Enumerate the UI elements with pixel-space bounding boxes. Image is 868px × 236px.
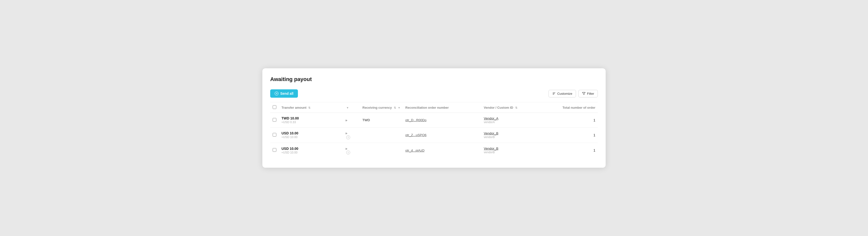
action-cell: » [343, 113, 360, 128]
amount-main: USD 10.00 [281, 131, 298, 135]
sort-currency-icon[interactable]: ⇅ [394, 106, 396, 109]
order-link[interactable]: otr_Z...uSPO6 [405, 133, 426, 137]
sort-vendor-icon[interactable]: ⇅ [515, 106, 517, 109]
th-receiving-currency: Receiving currency ⇅ ▼ [360, 102, 403, 113]
action-arrows[interactable]: » [345, 118, 358, 122]
order-link[interactable]: otr_D...R00Do [405, 118, 426, 122]
vendor-name[interactable]: Vendor_A [484, 116, 552, 120]
order-link-cell: otr_d...piAzD [403, 143, 481, 158]
info-icon[interactable]: i [346, 150, 350, 155]
vendor-id: vendorA [484, 121, 495, 124]
filter-button[interactable]: Filter [579, 90, 598, 97]
vendor-id: vendorB [484, 150, 495, 154]
currency-cell: TWD [360, 113, 403, 128]
table-row: USD 10.00≈USD 10.00»iotr_d...piAzDVendor… [270, 143, 598, 158]
send-all-button[interactable]: Send all [270, 89, 298, 98]
amount-sub: ≈USD 10.00 [281, 135, 298, 139]
customize-label: Customize [557, 92, 572, 96]
order-link-cell: otr_D...R00Do [403, 113, 481, 128]
total-value: 1 [593, 148, 595, 152]
th-action: ▼ [343, 102, 360, 113]
th-checkbox [270, 102, 279, 113]
customize-button[interactable]: Customize [549, 90, 576, 97]
svg-rect-3 [553, 94, 554, 95]
vendor-id: vendorB [484, 135, 495, 139]
currency-cell [360, 128, 403, 143]
filter-currency-icon: ▼ [398, 106, 400, 109]
currency-value: TWD [363, 118, 370, 122]
svg-rect-1 [553, 93, 555, 93]
total-cell: 1 [555, 113, 598, 128]
transfer-amount-cell: TWD 10.00≈USD 0.33 [279, 113, 343, 128]
currency-cell [360, 143, 403, 158]
total-value: 1 [593, 118, 595, 122]
amount-main: TWD 10.00 [281, 116, 299, 120]
order-link-cell: otr_Z...uSPO6 [403, 128, 481, 143]
order-link[interactable]: otr_d...piAzD [405, 148, 425, 152]
select-all-checkbox[interactable] [273, 105, 276, 109]
row-checkbox[interactable] [273, 133, 276, 137]
amount-sub: ≈USD 10.00 [281, 151, 298, 154]
filter-col-icon: ▼ [346, 106, 349, 109]
payout-table: Transfer amount ⇅ ▼ Receiving currency ⇅… [270, 102, 598, 158]
send-icon [275, 92, 279, 96]
info-icon[interactable]: i [346, 135, 350, 139]
filter-icon [582, 92, 586, 95]
svg-rect-2 [553, 93, 555, 94]
action-cell: »i [343, 128, 360, 143]
toolbar-right: Customize Filter [549, 90, 598, 97]
vendor-cell: Vendor_BvendorB [481, 128, 555, 143]
action-cell: »i [343, 143, 360, 158]
row-checkbox[interactable] [273, 118, 276, 122]
transfer-amount-cell: USD 10.00≈USD 10.00 [279, 128, 343, 143]
total-cell: 1 [555, 128, 598, 143]
table-row: TWD 10.00≈USD 0.33»TWDotr_D...R00DoVendo… [270, 113, 598, 128]
sort-icon[interactable]: ⇅ [308, 106, 310, 109]
vendor-name[interactable]: Vendor_B [484, 131, 552, 135]
page-title: Awaiting payout [270, 76, 598, 82]
vendor-name[interactable]: Vendor_B [484, 147, 552, 150]
customize-icon [552, 92, 556, 96]
amount-sub: ≈USD 0.33 [281, 121, 296, 124]
th-vendor: Vendor / Custom ID ⇅ [481, 102, 555, 113]
toolbar: Send all Customize Filter [270, 89, 598, 98]
send-all-label: Send all [280, 92, 293, 96]
th-transfer-amount: Transfer amount ⇅ [279, 102, 343, 113]
amount-main: USD 10.00 [281, 147, 298, 150]
th-total-orders: Total number of order [555, 102, 598, 113]
total-cell: 1 [555, 143, 598, 158]
total-value: 1 [593, 133, 595, 137]
action-arrows[interactable]: » [345, 146, 358, 150]
th-reconciliation: Reconciliation order number [403, 102, 481, 113]
filter-label: Filter [587, 92, 594, 96]
main-card: Awaiting payout Send all Customize [262, 68, 606, 168]
row-checkbox[interactable] [273, 148, 276, 152]
transfer-amount-cell: USD 10.00≈USD 10.00 [279, 143, 343, 158]
vendor-cell: Vendor_BvendorB [481, 143, 555, 158]
vendor-cell: Vendor_AvendorA [481, 113, 555, 128]
table-row: USD 10.00≈USD 10.00»iotr_Z...uSPO6Vendor… [270, 128, 598, 143]
action-arrows[interactable]: » [345, 131, 358, 135]
